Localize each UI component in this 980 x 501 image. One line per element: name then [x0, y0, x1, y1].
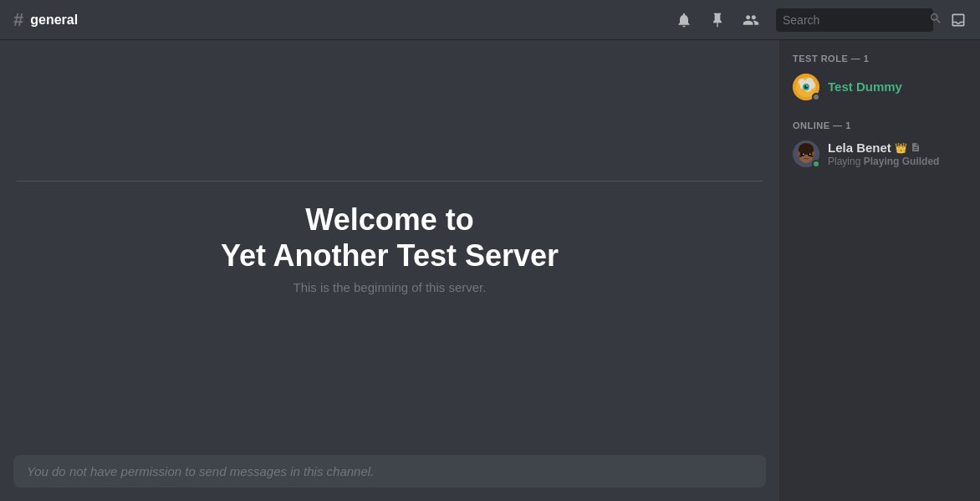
- svg-point-17: [803, 154, 804, 155]
- svg-point-19: [797, 151, 800, 156]
- member-status-game: Playing Guilded: [864, 156, 940, 167]
- welcome-message: Welcome to Yet Another Test Server This …: [221, 202, 559, 294]
- message-input-disabled: You do not have permission to send messa…: [13, 455, 766, 488]
- messages-container: Welcome to Yet Another Test Server This …: [0, 40, 779, 455]
- avatar-wrapper-test-dummy: [793, 74, 819, 100]
- search-icon: [929, 12, 942, 28]
- avatar-wrapper-lela: [793, 141, 819, 167]
- svg-point-9: [806, 85, 808, 87]
- inbox-icon[interactable]: [950, 12, 967, 28]
- crown-icon: 👑: [895, 142, 907, 154]
- message-input-container: You do not have permission to send messa…: [0, 455, 779, 501]
- member-status-lela: Playing Playing Guilded: [828, 156, 939, 167]
- main-content: Welcome to Yet Another Test Server This …: [0, 40, 980, 501]
- note-icon: [911, 142, 921, 155]
- member-info-lela: Lela Benet 👑 Playing Playing Guilded: [828, 141, 939, 167]
- welcome-title: Welcome to Yet Another Test Server: [221, 202, 559, 274]
- members-group-test-role: TEST ROLE — 1: [786, 54, 973, 104]
- bell-icon[interactable]: [676, 12, 692, 28]
- beginning-divider: [17, 181, 763, 181]
- member-name-lela: Lela Benet: [828, 141, 891, 156]
- members-icon[interactable]: [743, 12, 759, 28]
- pin-icon[interactable]: [709, 12, 726, 28]
- member-name-test-dummy: Test Dummy: [828, 79, 902, 95]
- group-label-online: ONLINE — 1: [786, 120, 973, 130]
- chat-area: Welcome to Yet Another Test Server This …: [0, 40, 779, 501]
- member-item-test-dummy[interactable]: Test Dummy: [786, 70, 973, 104]
- status-dot-test-dummy: [812, 93, 820, 101]
- status-dot-lela: [812, 160, 820, 168]
- search-bar[interactable]: [776, 8, 933, 32]
- channel-header: # general: [0, 0, 980, 40]
- channel-hash-icon: #: [13, 9, 23, 31]
- member-item-lela-benet[interactable]: Lela Benet 👑 Playing Playing Guilded: [786, 137, 973, 171]
- group-label-test-role: TEST ROLE — 1: [786, 54, 973, 64]
- members-sidebar: TEST ROLE — 1: [779, 40, 980, 501]
- search-input[interactable]: [783, 13, 929, 27]
- member-name-row-lela: Lela Benet 👑: [828, 141, 939, 156]
- header-actions: [676, 8, 967, 32]
- members-group-online: ONLINE — 1: [786, 120, 973, 171]
- channel-name: general: [30, 13, 78, 28]
- svg-point-18: [809, 154, 810, 155]
- svg-point-15: [801, 153, 804, 156]
- welcome-subtitle: This is the beginning of this server.: [221, 280, 559, 294]
- svg-point-16: [808, 153, 811, 156]
- member-info-test-dummy: Test Dummy: [828, 79, 902, 95]
- svg-point-20: [812, 151, 815, 156]
